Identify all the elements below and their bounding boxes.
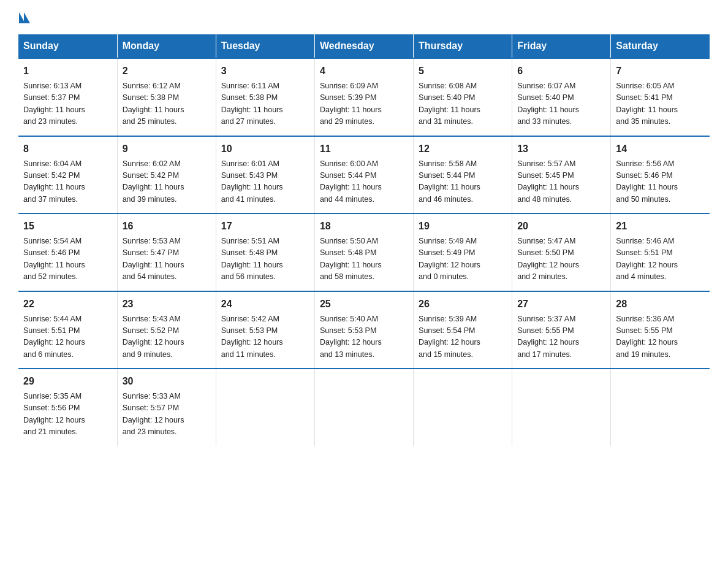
day-number: 5 <box>419 64 507 79</box>
day-number: 26 <box>419 297 507 312</box>
day-info: Sunrise: 5:42 AMSunset: 5:53 PMDaylight:… <box>221 313 309 361</box>
col-header-sunday: Sunday <box>18 34 117 58</box>
calendar-cell: 15Sunrise: 5:54 AMSunset: 5:46 PMDayligh… <box>18 213 117 291</box>
day-info: Sunrise: 5:44 AMSunset: 5:51 PMDaylight:… <box>23 313 112 361</box>
calendar-cell: 10Sunrise: 6:01 AMSunset: 5:43 PMDayligh… <box>216 136 314 214</box>
day-info: Sunrise: 6:13 AMSunset: 5:37 PMDaylight:… <box>23 80 112 128</box>
day-info: Sunrise: 6:04 AMSunset: 5:42 PMDaylight:… <box>23 158 112 206</box>
calendar-cell <box>611 369 710 446</box>
calendar-cell: 1Sunrise: 6:13 AMSunset: 5:37 PMDaylight… <box>18 58 117 136</box>
calendar-table: SundayMondayTuesdayWednesdayThursdayFrid… <box>18 34 710 446</box>
day-info: Sunrise: 5:36 AMSunset: 5:55 PMDaylight:… <box>616 313 705 361</box>
calendar-cell: 21Sunrise: 5:46 AMSunset: 5:51 PMDayligh… <box>611 213 710 291</box>
day-info: Sunrise: 6:09 AMSunset: 5:39 PMDaylight:… <box>320 80 408 128</box>
day-number: 22 <box>23 297 112 312</box>
logo-triangle-icon <box>19 12 25 23</box>
calendar-week-row: 1Sunrise: 6:13 AMSunset: 5:37 PMDaylight… <box>18 58 710 136</box>
col-header-wednesday: Wednesday <box>314 34 413 58</box>
day-info: Sunrise: 5:50 AMSunset: 5:48 PMDaylight:… <box>320 236 408 283</box>
day-number: 4 <box>320 64 408 79</box>
day-info: Sunrise: 6:05 AMSunset: 5:41 PMDaylight:… <box>616 80 705 128</box>
day-info: Sunrise: 6:02 AMSunset: 5:42 PMDaylight:… <box>123 158 211 206</box>
day-info: Sunrise: 5:47 AMSunset: 5:50 PMDaylight:… <box>517 236 605 283</box>
day-number: 8 <box>23 142 112 156</box>
day-number: 10 <box>221 142 309 156</box>
calendar-cell: 2Sunrise: 6:12 AMSunset: 5:38 PMDaylight… <box>117 58 216 136</box>
day-info: Sunrise: 5:51 AMSunset: 5:48 PMDaylight:… <box>221 236 309 283</box>
day-number: 11 <box>320 142 408 156</box>
calendar-cell: 27Sunrise: 5:37 AMSunset: 5:55 PMDayligh… <box>512 291 611 369</box>
calendar-week-row: 15Sunrise: 5:54 AMSunset: 5:46 PMDayligh… <box>18 213 710 291</box>
calendar-cell: 18Sunrise: 5:50 AMSunset: 5:48 PMDayligh… <box>314 213 413 291</box>
day-number: 19 <box>419 219 507 234</box>
day-number: 28 <box>616 297 705 312</box>
day-number: 15 <box>23 219 112 234</box>
calendar-cell: 9Sunrise: 6:02 AMSunset: 5:42 PMDaylight… <box>117 136 216 214</box>
day-number: 3 <box>221 64 309 79</box>
calendar-cell: 25Sunrise: 5:40 AMSunset: 5:53 PMDayligh… <box>314 291 413 369</box>
day-info: Sunrise: 5:39 AMSunset: 5:54 PMDaylight:… <box>419 313 507 361</box>
calendar-cell: 4Sunrise: 6:09 AMSunset: 5:39 PMDaylight… <box>314 58 413 136</box>
day-info: Sunrise: 5:58 AMSunset: 5:44 PMDaylight:… <box>419 158 507 206</box>
day-number: 23 <box>123 297 211 312</box>
day-info: Sunrise: 5:33 AMSunset: 5:57 PMDaylight:… <box>123 391 211 439</box>
day-number: 6 <box>517 64 605 79</box>
col-header-friday: Friday <box>512 34 611 58</box>
day-number: 29 <box>23 374 112 389</box>
day-number: 16 <box>123 219 211 234</box>
day-number: 7 <box>616 64 705 79</box>
calendar-cell: 7Sunrise: 6:05 AMSunset: 5:41 PMDaylight… <box>611 58 710 136</box>
calendar-cell <box>512 369 611 446</box>
day-info: Sunrise: 6:00 AMSunset: 5:44 PMDaylight:… <box>320 158 408 206</box>
calendar-cell: 3Sunrise: 6:11 AMSunset: 5:38 PMDaylight… <box>216 58 314 136</box>
calendar-cell: 8Sunrise: 6:04 AMSunset: 5:42 PMDaylight… <box>18 136 117 214</box>
calendar-cell: 29Sunrise: 5:35 AMSunset: 5:56 PMDayligh… <box>18 369 117 446</box>
calendar-cell: 11Sunrise: 6:00 AMSunset: 5:44 PMDayligh… <box>314 136 413 214</box>
calendar-cell: 22Sunrise: 5:44 AMSunset: 5:51 PMDayligh… <box>18 291 117 369</box>
calendar-cell <box>216 369 314 446</box>
calendar-cell: 12Sunrise: 5:58 AMSunset: 5:44 PMDayligh… <box>414 136 512 214</box>
col-header-saturday: Saturday <box>611 34 710 58</box>
day-info: Sunrise: 5:56 AMSunset: 5:46 PMDaylight:… <box>616 158 705 206</box>
day-info: Sunrise: 5:53 AMSunset: 5:47 PMDaylight:… <box>123 236 211 283</box>
calendar-cell: 24Sunrise: 5:42 AMSunset: 5:53 PMDayligh… <box>216 291 314 369</box>
calendar-cell <box>314 369 413 446</box>
day-info: Sunrise: 6:08 AMSunset: 5:40 PMDaylight:… <box>419 80 507 128</box>
calendar-cell: 30Sunrise: 5:33 AMSunset: 5:57 PMDayligh… <box>117 369 216 446</box>
day-number: 14 <box>616 142 705 156</box>
calendar-cell: 17Sunrise: 5:51 AMSunset: 5:48 PMDayligh… <box>216 213 314 291</box>
day-info: Sunrise: 6:01 AMSunset: 5:43 PMDaylight:… <box>221 158 309 206</box>
col-header-thursday: Thursday <box>414 34 512 58</box>
day-number: 2 <box>123 64 211 79</box>
calendar-week-row: 22Sunrise: 5:44 AMSunset: 5:51 PMDayligh… <box>18 291 710 369</box>
day-info: Sunrise: 5:37 AMSunset: 5:55 PMDaylight:… <box>517 313 605 361</box>
day-number: 20 <box>517 219 605 234</box>
day-info: Sunrise: 6:07 AMSunset: 5:40 PMDaylight:… <box>517 80 605 128</box>
calendar-week-row: 8Sunrise: 6:04 AMSunset: 5:42 PMDaylight… <box>18 136 710 214</box>
calendar-cell: 23Sunrise: 5:43 AMSunset: 5:52 PMDayligh… <box>117 291 216 369</box>
day-number: 12 <box>419 142 507 156</box>
day-info: Sunrise: 5:54 AMSunset: 5:46 PMDaylight:… <box>23 236 112 283</box>
day-number: 25 <box>320 297 408 312</box>
calendar-cell: 5Sunrise: 6:08 AMSunset: 5:40 PMDaylight… <box>414 58 512 136</box>
col-header-tuesday: Tuesday <box>216 34 314 58</box>
calendar-cell: 13Sunrise: 5:57 AMSunset: 5:45 PMDayligh… <box>512 136 611 214</box>
calendar-cell <box>414 369 512 446</box>
calendar-week-row: 29Sunrise: 5:35 AMSunset: 5:56 PMDayligh… <box>18 369 710 446</box>
day-info: Sunrise: 5:49 AMSunset: 5:49 PMDaylight:… <box>419 236 507 283</box>
calendar-cell: 16Sunrise: 5:53 AMSunset: 5:47 PMDayligh… <box>117 213 216 291</box>
col-header-monday: Monday <box>117 34 216 58</box>
day-number: 30 <box>123 374 211 389</box>
day-info: Sunrise: 5:46 AMSunset: 5:51 PMDaylight:… <box>616 236 705 283</box>
page-header <box>18 12 710 23</box>
day-info: Sunrise: 5:35 AMSunset: 5:56 PMDaylight:… <box>23 391 112 439</box>
calendar-cell: 14Sunrise: 5:56 AMSunset: 5:46 PMDayligh… <box>611 136 710 214</box>
day-info: Sunrise: 5:43 AMSunset: 5:52 PMDaylight:… <box>123 313 211 361</box>
calendar-cell: 20Sunrise: 5:47 AMSunset: 5:50 PMDayligh… <box>512 213 611 291</box>
day-number: 17 <box>221 219 309 234</box>
calendar-cell: 28Sunrise: 5:36 AMSunset: 5:55 PMDayligh… <box>611 291 710 369</box>
day-info: Sunrise: 5:40 AMSunset: 5:53 PMDaylight:… <box>320 313 408 361</box>
day-number: 21 <box>616 219 705 234</box>
day-number: 18 <box>320 219 408 234</box>
day-number: 9 <box>123 142 211 156</box>
